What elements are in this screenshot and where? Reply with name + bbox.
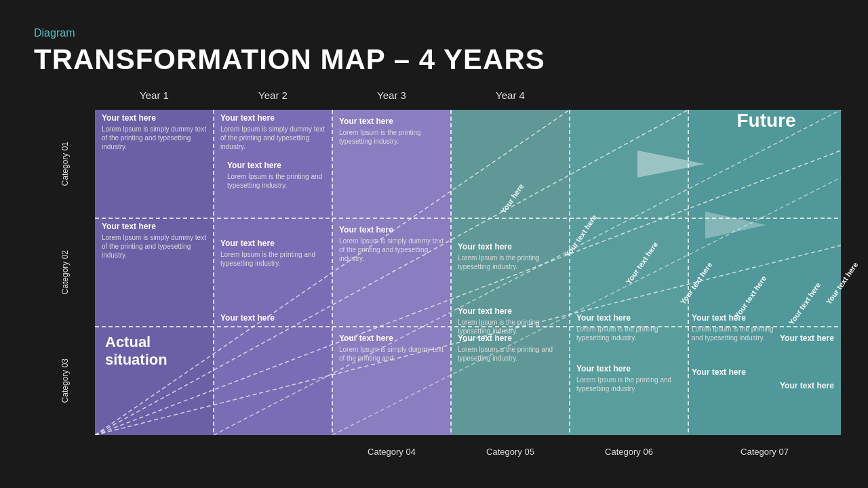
cat-bottom-06: Category 06 bbox=[570, 447, 688, 457]
year-1-header: Year 1 bbox=[95, 89, 214, 110]
text-block-08: Your text here Lorem Ipsum is simply dum… bbox=[339, 225, 444, 263]
text-block-12: Your text here Lorem Ipsum is the printi… bbox=[576, 313, 675, 342]
svg-marker-3 bbox=[332, 110, 451, 435]
svg-marker-1 bbox=[95, 110, 214, 435]
year-headers: Year 1 Year 2 Year 3 Year 4 bbox=[95, 89, 841, 110]
year-2-header: Year 2 bbox=[214, 89, 332, 110]
text-block-01: Your text here Lorem Ipsum is simply dum… bbox=[102, 113, 214, 151]
cat-bottom-04: Category 04 bbox=[332, 447, 451, 457]
page-title: TRANSFORMATION MAP – 4 YEARS bbox=[34, 43, 834, 76]
text-block-year3-cat02: Your text here Lorem Ipsum is the printi… bbox=[458, 242, 556, 271]
text-block-02: Your text here Lorem Ipsum is simply dum… bbox=[102, 222, 214, 260]
svg-marker-4 bbox=[451, 110, 570, 435]
text-block-06: Your text here bbox=[220, 313, 326, 325]
bottom-category-labels: Category 04 Category 05 Category 06 Cate… bbox=[95, 447, 841, 457]
text-block-05: Your text here Lorem Ipsum is the printi… bbox=[220, 239, 326, 268]
cat-bottom-07: Category 07 bbox=[688, 447, 841, 457]
text-block-04: Your text here Lorem Ipsum is the printi… bbox=[227, 161, 332, 190]
actual-situation-text: Actual situation bbox=[105, 333, 214, 369]
text-block-13: Your text here Lorem Ipsum is the printi… bbox=[576, 364, 675, 393]
text-block-03: Your text here Lorem Ipsum is simply dum… bbox=[220, 113, 329, 151]
slide: Diagram TRANSFORMATION MAP – 4 YEARS Yea… bbox=[0, 0, 868, 488]
diagram-svg bbox=[95, 110, 841, 435]
cat-label-left-01: Category 01 bbox=[39, 110, 90, 218]
text-block-07: Your text here Lorem Ipsum is the printi… bbox=[339, 117, 444, 146]
category-labels-left: Category 01 Category 02 Category 03 bbox=[39, 110, 90, 435]
svg-marker-2 bbox=[214, 110, 332, 435]
text-block-17: Your text here bbox=[780, 381, 837, 392]
cat-bottom-05: Category 05 bbox=[451, 447, 570, 457]
year-4-header: Year 4 bbox=[451, 89, 570, 110]
text-block-09: Your text here Lorem Ipsum is simply dum… bbox=[339, 333, 444, 363]
diagram-label: Diagram bbox=[34, 27, 834, 39]
chart-wrapper: Year 1 Year 2 Year 3 Year 4 Category 01 … bbox=[95, 89, 841, 435]
year-3-header: Year 3 bbox=[332, 89, 451, 110]
future-text: Future bbox=[705, 110, 827, 131]
text-block-16: Your text here bbox=[780, 333, 837, 345]
text-block-14: Your text here Lorem Ipsum is the printi… bbox=[692, 313, 780, 342]
cat-label-left-03: Category 03 bbox=[39, 327, 90, 435]
text-block-15: Your text here bbox=[692, 367, 780, 379]
text-block-10: Your text here Lorem Ipsum is the printi… bbox=[458, 306, 563, 336]
text-block-11: Your text here Lorem Ipsum is the printi… bbox=[458, 333, 556, 363]
cat-label-left-02: Category 02 bbox=[39, 218, 90, 327]
